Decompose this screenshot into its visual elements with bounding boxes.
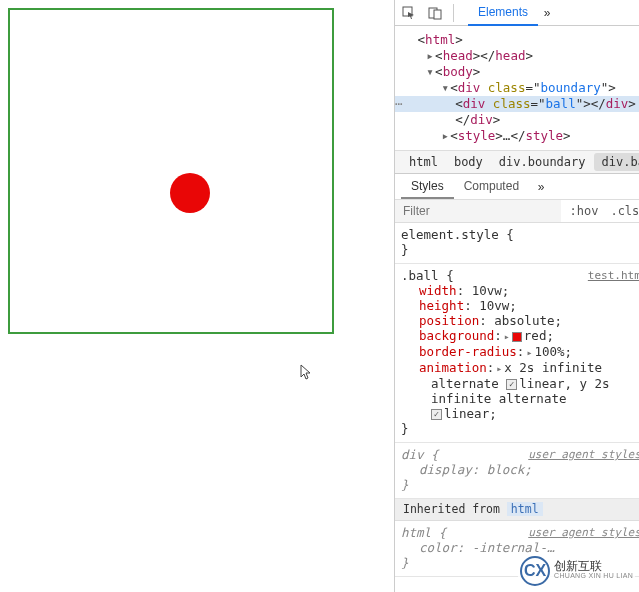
decl-animation-cont3: linear; (401, 406, 639, 421)
cursor-icon (300, 364, 312, 380)
decl-animation-cont2: infinite alternate (401, 391, 639, 406)
boundary-box (8, 8, 334, 334)
brace-close: } (401, 421, 639, 436)
breadcrumb: html body div.boundary div.ball (395, 150, 639, 174)
brace-close: } (401, 477, 639, 492)
rule-ball[interactable]: test.html:21 .ball { width: 10vw; height… (395, 264, 639, 443)
logo-mark-icon: CX (520, 556, 550, 586)
crumb-body[interactable]: body (446, 153, 491, 171)
device-toolbar-icon[interactable] (423, 2, 447, 24)
crumb-boundary[interactable]: div.boundary (491, 153, 594, 171)
inherited-from-bar: Inherited from html (395, 499, 639, 521)
dom-tree[interactable]: <html> ▸<head></head> ▾<body> ▾<div clas… (395, 26, 639, 150)
dom-node-body[interactable]: ▾<body> (395, 64, 639, 80)
color-swatch-icon[interactable] (512, 332, 522, 342)
inspect-element-icon[interactable] (397, 2, 421, 24)
dom-node-head[interactable]: ▸<head></head> (395, 48, 639, 64)
preview-pane (0, 0, 394, 592)
decl-display: display: block; (401, 462, 639, 477)
tab-elements[interactable]: Elements (468, 0, 538, 26)
decl-animation[interactable]: animation:▸x 2s infinite (401, 360, 639, 376)
subtab-computed[interactable]: Computed (454, 174, 529, 199)
easing-swatch-icon[interactable] (431, 409, 442, 420)
easing-swatch-icon[interactable] (506, 379, 517, 390)
watermark-logo: CX 创新互联 CHUANG XIN HU LIAN (518, 554, 635, 588)
styles-filter-row: :hov .cls ＋ (395, 200, 639, 223)
styles-filter-input[interactable] (395, 200, 561, 222)
logo-text-en: CHUANG XIN HU LIAN (554, 571, 633, 581)
ball (170, 173, 210, 213)
subtabs-overflow-icon[interactable]: » (533, 180, 549, 194)
devtools-toolbar: Elements » ⋮ ✕ (395, 0, 639, 26)
decl-color: color: -internal-… (401, 540, 639, 555)
dom-node-boundary[interactable]: ▾<div class="boundary"> (395, 80, 639, 96)
cls-toggle[interactable]: .cls (604, 204, 639, 218)
devtools-tabs: Elements » (468, 0, 556, 26)
rule-source-link[interactable]: test.html:21 (588, 268, 639, 283)
hov-toggle[interactable]: :hov (564, 204, 605, 218)
crumb-ball[interactable]: div.ball (594, 153, 639, 171)
dom-node-ball[interactable]: ⋯ <div class="ball"></div> == (395, 96, 639, 112)
rule-div-ua[interactable]: user agent stylesheet div { display: blo… (395, 443, 639, 499)
decl-animation-cont1: alternate linear, y 2s (401, 376, 639, 391)
selector-element-style: element.style { (401, 227, 639, 242)
decl-background[interactable]: background:▸red; (401, 328, 639, 344)
decl-height[interactable]: height: 10vw; (401, 298, 639, 313)
decl-width[interactable]: width: 10vw; (401, 283, 639, 298)
crumb-html[interactable]: html (401, 153, 446, 171)
decl-border-radius[interactable]: border-radius:▸100%; (401, 344, 639, 360)
styles-subtabs: Styles Computed » (395, 174, 639, 200)
rule-source-ua: user agent stylesheet (528, 447, 639, 462)
subtab-styles[interactable]: Styles (401, 174, 454, 199)
dom-node-html[interactable]: <html> (395, 32, 639, 48)
inherited-from-link[interactable]: html (507, 502, 543, 516)
rule-element-style[interactable]: element.style { } (395, 223, 639, 264)
devtools-panel: Elements » ⋮ ✕ <html> ▸<head></head> ▾<b… (394, 0, 639, 592)
rule-source-ua: user agent stylesheet (528, 525, 639, 540)
toolbar-divider (453, 4, 454, 22)
styles-body[interactable]: element.style { } test.html:21 .ball { w… (395, 223, 639, 592)
tabs-overflow-icon[interactable]: » (538, 0, 556, 26)
decl-position[interactable]: position: absolute; (401, 313, 639, 328)
brace-close: } (401, 242, 639, 257)
logo-text-cn: 创新互联 (554, 561, 633, 571)
dom-node-style[interactable]: ▸<style>…</style> (395, 128, 639, 144)
dom-node-div-close[interactable]: </div> (395, 112, 639, 128)
svg-rect-2 (434, 10, 441, 19)
